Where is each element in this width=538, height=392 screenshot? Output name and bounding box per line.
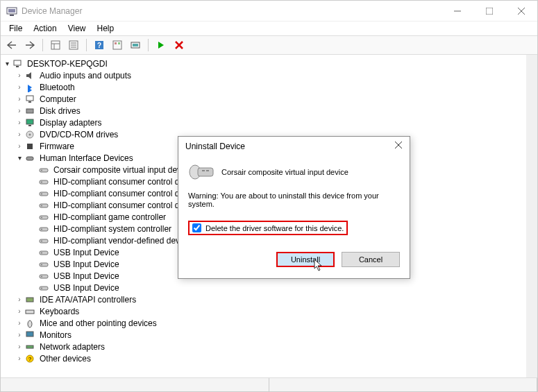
expand-icon[interactable]: › xyxy=(15,119,24,126)
tree-category[interactable]: ›Bluetooth xyxy=(1,81,537,93)
category-icon xyxy=(24,82,35,93)
hid-device-icon xyxy=(38,271,49,282)
device-icon xyxy=(188,162,216,182)
tree-category[interactable]: ›Network adapters xyxy=(1,341,537,352)
cancel-button[interactable]: Cancel xyxy=(342,252,400,267)
statusbar xyxy=(1,377,537,391)
minimize-button[interactable] xyxy=(442,1,473,22)
dialog-close-button[interactable] xyxy=(394,141,403,151)
dialog-title: Uninstall Device xyxy=(185,142,245,151)
tree-device-label: USB Input Device xyxy=(52,247,121,258)
svg-point-50 xyxy=(41,252,42,253)
expand-icon[interactable]: › xyxy=(15,331,24,339)
tree-category[interactable]: ›Disk drives xyxy=(1,105,537,117)
back-button[interactable] xyxy=(3,37,20,53)
tree-category-label: Network adapters xyxy=(38,341,106,352)
svg-point-52 xyxy=(41,264,42,265)
window-title: Device Manager xyxy=(22,6,442,16)
tree-category[interactable]: ›?Other devices xyxy=(1,352,537,364)
svg-rect-39 xyxy=(40,192,48,196)
category-icon xyxy=(24,70,35,81)
svg-point-56 xyxy=(41,287,42,289)
collapse-icon[interactable]: ▾ xyxy=(2,60,12,67)
expand-icon[interactable]: › xyxy=(15,107,24,114)
category-icon xyxy=(24,330,35,341)
svg-rect-41 xyxy=(40,204,48,207)
tree-category-label: IDE ATA/ATAPI controllers xyxy=(38,294,137,305)
dialog-device-name: Corsair composite virtual input device xyxy=(221,168,348,176)
svg-rect-35 xyxy=(40,169,48,172)
uninstall-button[interactable]: Uninstall xyxy=(276,252,335,267)
tree-category-label: Bluetooth xyxy=(38,82,76,93)
expand-icon[interactable]: › xyxy=(15,307,24,315)
hid-device-icon xyxy=(38,259,49,270)
expand-icon[interactable]: › xyxy=(15,71,24,79)
properties-icon[interactable] xyxy=(65,37,82,53)
svg-rect-45 xyxy=(40,228,48,231)
collapse-icon[interactable]: ▾ xyxy=(15,154,24,162)
category-icon: ? xyxy=(24,353,35,364)
delete-driver-checkbox-row[interactable]: Delete the driver software for this devi… xyxy=(188,221,348,235)
svg-point-38 xyxy=(41,181,42,182)
tree-category[interactable]: ›Monitors xyxy=(1,329,537,341)
expand-icon[interactable]: › xyxy=(15,319,24,327)
tree-category-label: Firmware xyxy=(38,141,76,152)
menu-view[interactable]: View xyxy=(62,22,92,35)
category-icon xyxy=(24,94,35,105)
uninstall-icon[interactable] xyxy=(171,37,187,53)
tree-category-label: Display adapters xyxy=(38,117,103,128)
category-icon xyxy=(24,153,35,164)
delete-driver-checkbox[interactable] xyxy=(192,223,201,232)
forward-button[interactable] xyxy=(22,37,38,53)
tree-category[interactable]: ›Audio inputs and outputs xyxy=(1,69,537,81)
svg-text:?: ? xyxy=(97,42,101,49)
scan-hardware-icon[interactable] xyxy=(127,37,144,53)
tree-device[interactable]: USB Input Device xyxy=(1,282,537,293)
enable-device-icon[interactable] xyxy=(153,37,169,53)
svg-rect-69 xyxy=(206,170,209,171)
svg-rect-58 xyxy=(26,310,34,314)
tree-category[interactable]: ›Mice and other pointing devices xyxy=(1,317,537,329)
expand-icon[interactable]: › xyxy=(15,95,24,103)
tree-category[interactable]: ›Keyboards xyxy=(1,305,537,317)
tree-category[interactable]: ›Computer xyxy=(1,93,537,105)
expand-icon[interactable]: › xyxy=(15,130,24,138)
close-button[interactable] xyxy=(505,1,537,22)
titlebar: Device Manager xyxy=(1,1,537,22)
tree-category-label: DVD/CD-ROM drives xyxy=(38,129,119,140)
tree-device-label: HID-compliant vendor-defined device xyxy=(52,235,192,246)
menu-help[interactable]: Help xyxy=(92,22,120,35)
category-icon xyxy=(24,105,35,117)
expand-icon[interactable]: › xyxy=(15,296,24,303)
category-icon xyxy=(24,129,35,140)
tree-category[interactable]: ›IDE ATA/ATAPI controllers xyxy=(1,293,537,305)
expand-icon[interactable]: › xyxy=(15,142,24,150)
category-icon xyxy=(24,294,35,305)
expand-icon[interactable]: › xyxy=(15,83,24,91)
svg-rect-61 xyxy=(26,346,33,348)
toolbar-icon[interactable] xyxy=(109,37,126,53)
tree-root[interactable]: ▾DESKTOP-KEPQGDI xyxy=(1,58,537,69)
computer-icon xyxy=(12,58,23,69)
help-icon[interactable]: ? xyxy=(91,37,108,53)
expand-icon[interactable]: › xyxy=(15,343,24,350)
toolbar-icon[interactable] xyxy=(47,37,64,53)
svg-rect-20 xyxy=(133,44,138,46)
svg-rect-57 xyxy=(26,298,33,302)
scrollbar[interactable] xyxy=(526,55,537,377)
menu-action[interactable]: Action xyxy=(28,22,62,35)
hid-device-icon xyxy=(38,282,49,293)
tree-category[interactable]: ›Display adapters xyxy=(1,117,537,128)
svg-rect-17 xyxy=(115,42,117,44)
hid-device-icon xyxy=(38,223,49,235)
menu-file[interactable]: File xyxy=(3,22,28,35)
uninstall-button-label: Uninstall xyxy=(291,255,320,264)
svg-rect-1 xyxy=(8,9,15,12)
svg-rect-25 xyxy=(16,66,19,67)
svg-rect-60 xyxy=(26,332,33,336)
maximize-button[interactable] xyxy=(473,1,505,22)
tree-root-label: DESKTOP-KEPQGDI xyxy=(26,58,109,69)
expand-icon[interactable]: › xyxy=(15,355,24,362)
category-icon xyxy=(24,341,35,352)
svg-rect-4 xyxy=(486,8,493,15)
